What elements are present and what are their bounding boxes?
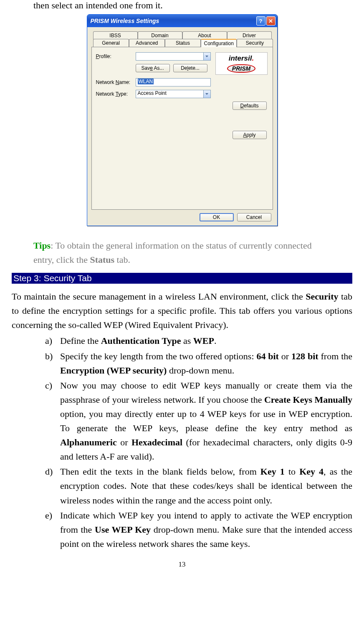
- tips-label: Tips: [33, 240, 51, 251]
- delete-button[interactable]: Delete...: [173, 64, 207, 72]
- list-item: Indicate which WEP key you intend to app…: [45, 508, 352, 551]
- chevron-down-icon[interactable]: [204, 52, 211, 61]
- network-type-label: Network Type:: [96, 91, 136, 97]
- lead-text: then select an intended one from it.: [33, 0, 352, 11]
- prism-dialog: PRISM Wireless Settings ? ✕ IBSS Domain …: [87, 14, 278, 226]
- tab-advanced[interactable]: Advanced: [129, 39, 165, 47]
- apply-button[interactable]: Apply: [233, 131, 267, 139]
- tips-paragraph: Tips: To obtain the general information …: [33, 239, 331, 267]
- tab-configuration[interactable]: Configuration: [201, 39, 237, 47]
- close-button[interactable]: ✕: [266, 16, 276, 25]
- network-type-combo[interactable]: Access Point: [136, 90, 211, 98]
- tab-status[interactable]: Status: [165, 39, 201, 47]
- profile-combo[interactable]: [136, 52, 211, 61]
- intro-paragraph: To maintain the secure management in a w…: [12, 290, 352, 332]
- tab-domain[interactable]: Domain: [138, 31, 182, 39]
- list-item: Specify the key length from the two offe…: [45, 349, 352, 378]
- tab-about[interactable]: About: [182, 31, 227, 39]
- list-item: Define the Authentication Type as WEP.: [45, 334, 352, 348]
- page-number: 13: [12, 560, 352, 569]
- ok-button[interactable]: OK: [200, 213, 234, 221]
- config-panel: intersil. PRISM Profile: Save As... Dele…: [91, 47, 273, 210]
- titlebar: PRISM Wireless Settings ? ✕: [87, 15, 277, 27]
- tab-driver[interactable]: Driver: [227, 31, 272, 39]
- cancel-button[interactable]: Cancel: [237, 213, 271, 221]
- prism-logo: PRISM: [227, 64, 255, 73]
- list-item: Now you may choose to edit WEP keys manu…: [45, 379, 352, 464]
- tab-security[interactable]: Security: [237, 39, 273, 47]
- help-button[interactable]: ?: [256, 16, 265, 25]
- chevron-down-icon[interactable]: [204, 90, 211, 98]
- profile-label: Profile:: [96, 53, 136, 59]
- tab-ibss[interactable]: IBSS: [93, 31, 138, 39]
- list-item: Then edit the texts in the blank fields …: [45, 465, 352, 507]
- defaults-button[interactable]: Defaults: [233, 102, 267, 110]
- network-name-label: Network Name:: [96, 79, 136, 85]
- network-name-input[interactable]: WLAN: [136, 78, 211, 86]
- vendor-logos: intersil. PRISM: [215, 52, 268, 75]
- step-heading: Step 3: Security Tab: [12, 273, 352, 284]
- window-title: PRISM Wireless Settings: [91, 18, 159, 24]
- intersil-logo: intersil.: [217, 54, 265, 63]
- save-as-button[interactable]: Save As...: [136, 64, 170, 72]
- tab-general[interactable]: General: [93, 39, 129, 47]
